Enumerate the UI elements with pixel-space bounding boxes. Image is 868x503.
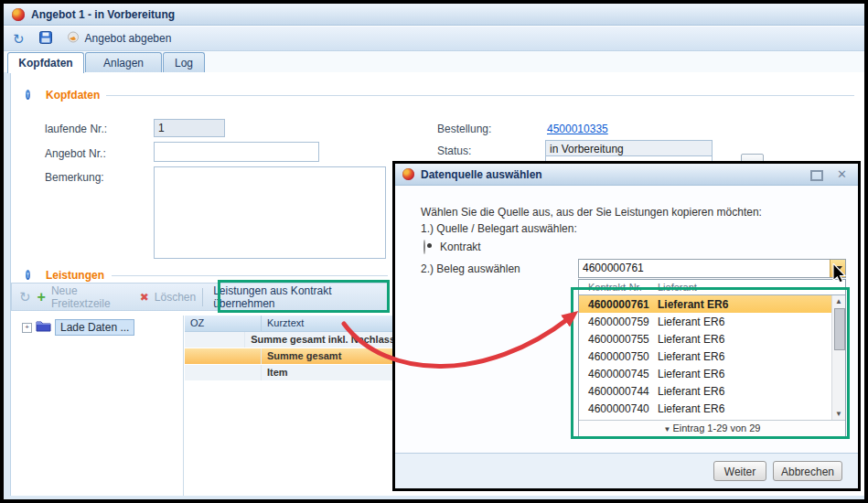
kontrakt-radio-label: Kontrakt [440,241,481,253]
dropdown-scrollbar[interactable]: ▲ ▼ [831,295,845,421]
delete-label: Löschen [155,291,196,304]
dropdown-row-selected[interactable]: 4600000761Lieferant ER6 [579,295,831,313]
beleg-combobox[interactable]: 4600000761 [578,259,846,278]
screenshot-root: Angebot 1 - in Vorbereitung ↻ Angebot ab… [0,0,868,503]
table-cell-kurztext: Item [262,365,395,380]
laufende-nr-field[interactable] [154,119,225,137]
tree-item-lade-daten[interactable]: + Lade Daten ... [18,316,183,336]
window-frame-bottom [4,496,864,499]
delete-x-icon: ✖ [140,291,149,304]
footer-triangle-icon: ▼ [664,425,671,433]
dropdown-header-row: Kontrakt-Nr. Lieferant [579,280,845,295]
tab-log[interactable]: Log [163,52,205,72]
dialog-intro-text: Wählen Sie die Quelle aus, aus der Sie L… [421,206,762,219]
angebot-nr-label: Angebot Nr.: [45,147,106,160]
main-title-bar: Angebot 1 - in Vorbereitung [4,4,864,26]
dropdown-row[interactable]: 4600000740Lieferant ER6 [579,400,831,417]
combobox-dropdown-button[interactable] [830,260,845,277]
submit-offer-label: Angebot abgeben [85,32,172,45]
dialog-footer: Weiter Abbrechen [395,453,858,488]
bemerkung-label: Bemerkung: [45,171,104,184]
leistungen-tree-panel: + Lade Daten ... [18,316,184,496]
tab-kopfdaten[interactable]: Kopfdaten [7,52,84,73]
dialog-step1-label: 1.) Quelle / Belegart auswählen: [421,222,577,235]
submit-offer-button[interactable]: Angebot abgeben [67,31,172,46]
table-row[interactable]: Item [185,365,395,381]
dialog-icon [402,168,414,180]
dropdown-col-kontraktnr: Kontrakt-Nr. [579,280,647,294]
kopfdaten-section-line [106,95,854,96]
new-freetext-button[interactable]: + Neue Freitextzeile [38,284,134,310]
toolbar-separator [202,288,203,306]
scroll-down-icon[interactable]: ▼ [832,409,845,420]
dialog-title-bar: Datenquelle auswählen [395,164,858,186]
table-row[interactable]: Summe gesamt inkl. Nachlass [185,332,395,348]
tab-strip: Kopfdaten Anlagen Log [4,51,864,73]
dropdown-row[interactable]: 4600000750Lieferant ER6 [579,348,831,365]
tree-expand-icon[interactable]: + [22,323,32,333]
tab-anlagen[interactable]: Anlagen [85,52,162,72]
refresh-icon[interactable]: ↻ [13,32,25,46]
bestellung-link[interactable]: 4500010335 [547,123,608,135]
dialog-maximize-icon[interactable] [810,170,823,181]
leistungen-toolbar: ↻ + Neue Freitextzeile ✖ Löschen Leistun… [11,283,390,311]
kopfdaten-section-title: Kopfdaten [46,89,100,102]
scroll-up-icon[interactable]: ▲ [832,296,845,307]
dropdown-footer[interactable]: ▼Eintrag 1-29 von 29 [579,420,845,437]
bestellung-label: Bestellung: [437,123,491,135]
bemerkung-field[interactable] [154,166,386,259]
datenquelle-dialog: Datenquelle auswählen ✕ Wählen Sie die Q… [392,161,861,491]
kopfdaten-section-icon[interactable]: ↑ [26,88,30,102]
laufende-nr-label: laufende Nr.: [45,123,107,135]
scrollbar-thumb[interactable] [834,308,845,350]
dialog-step2-label: 2.) Beleg auswählen [421,262,520,275]
col-header-oz[interactable]: OZ [185,316,262,331]
app-icon [12,8,25,21]
status-label: Status: [437,144,471,157]
dropdown-row[interactable]: 4600000744Lieferant ER6 [579,382,831,400]
table-cell-kurztext: Summe gesamt [262,348,395,364]
col-header-kurztext[interactable]: Kurztext [262,316,395,331]
copy-from-contract-button[interactable]: Leistungen aus Kontrakt übernehmen [209,284,389,310]
leistungen-section-title: Leistungen [46,269,104,282]
window-frame-left [4,72,11,499]
table-header-row: OZ Kurztext [185,316,395,332]
table-cell-kurztext: Summe gesamt inkl. Nachlass [245,332,395,348]
leistungen-section-icon[interactable]: ↑ [26,268,30,282]
dropdown-rows: 4600000761Lieferant ER6 4600000759Liefer… [579,295,831,421]
leistungen-refresh-icon[interactable]: ↻ [19,290,31,304]
dropdown-col-lieferant: Lieferant [647,280,697,294]
angebot-nr-field[interactable] [154,142,319,162]
submit-offer-icon [67,31,80,46]
new-freetext-label: Neue Freitextzeile [51,284,134,310]
weiter-button[interactable]: Weiter [713,461,766,481]
dropdown-row[interactable]: 4600000755Lieferant ER6 [579,330,831,348]
abbrechen-button[interactable]: Abbrechen [773,461,842,481]
table-row-selected[interactable]: Summe gesamt [185,348,395,365]
save-icon[interactable] [39,31,52,47]
dropdown-row[interactable]: 4600000759Lieferant ER6 [579,313,831,330]
footer-label: Eintrag 1-29 von 29 [672,423,760,433]
leistungen-table: OZ Kurztext Summe gesamt inkl. Nachlass … [185,316,395,496]
tree-item-label: Lade Daten ... [55,319,134,336]
window-title: Angebot 1 - in Vorbereitung [31,8,175,21]
dialog-title: Datenquelle auswählen [421,168,542,181]
dropdown-row[interactable]: 4600000745Lieferant ER6 [579,365,831,382]
plus-icon: + [38,291,46,304]
contract-dropdown-list: Kontrakt-Nr. Lieferant 4600000761Liefera… [578,279,846,438]
delete-button[interactable]: ✖ Löschen [140,291,196,304]
combobox-value: 4600000761 [583,262,644,274]
dialog-close-icon[interactable]: ✕ [837,167,847,181]
main-toolbar: ↻ Angebot abgeben [4,27,864,51]
kontrakt-radio[interactable] [423,240,425,254]
leistungen-section-line [112,275,388,276]
folder-icon [36,320,51,335]
